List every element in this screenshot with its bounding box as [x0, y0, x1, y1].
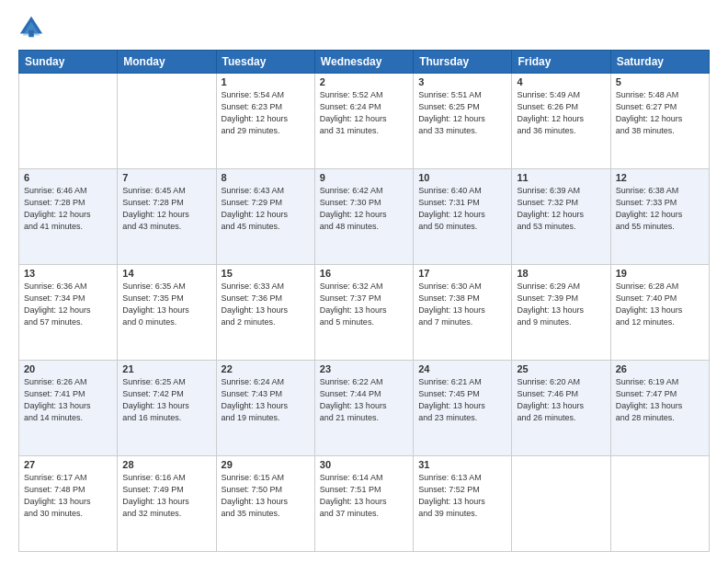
day-info: Sunrise: 6:36 AM Sunset: 7:34 PM Dayligh… [24, 281, 112, 328]
day-info: Sunrise: 5:54 AM Sunset: 6:23 PM Dayligh… [222, 89, 310, 137]
calendar-week-row: 20Sunrise: 6:26 AM Sunset: 7:41 PM Dayli… [19, 361, 710, 456]
calendar-cell [118, 74, 216, 169]
calendar-cell: 5Sunrise: 5:48 AM Sunset: 6:27 PM Daylig… [610, 74, 709, 169]
day-info: Sunrise: 6:38 AM Sunset: 7:33 PM Dayligh… [616, 185, 704, 233]
calendar-cell: 16Sunrise: 6:32 AM Sunset: 7:37 PM Dayli… [314, 265, 413, 361]
day-info: Sunrise: 6:28 AM Sunset: 7:40 PM Dayligh… [616, 281, 704, 328]
day-number: 16 [320, 268, 408, 279]
calendar-cell: 24Sunrise: 6:21 AM Sunset: 7:45 PM Dayli… [414, 361, 512, 456]
day-info: Sunrise: 6:15 AM Sunset: 7:50 PM Dayligh… [222, 472, 310, 520]
calendar-cell: 18Sunrise: 6:29 AM Sunset: 7:39 PM Dayli… [512, 265, 610, 361]
day-number: 7 [122, 172, 210, 183]
day-number: 20 [24, 363, 112, 374]
calendar-header-tuesday: Tuesday [216, 51, 314, 74]
day-number: 5 [616, 76, 704, 87]
calendar-cell: 10Sunrise: 6:40 AM Sunset: 7:31 PM Dayli… [414, 169, 512, 265]
calendar-cell: 3Sunrise: 5:51 AM Sunset: 6:25 PM Daylig… [414, 74, 512, 169]
day-info: Sunrise: 6:29 AM Sunset: 7:39 PM Dayligh… [517, 281, 605, 328]
day-number: 19 [616, 268, 704, 279]
day-number: 13 [24, 268, 112, 279]
day-number: 23 [320, 363, 408, 374]
day-number: 24 [418, 363, 506, 374]
day-info: Sunrise: 6:14 AM Sunset: 7:51 PM Dayligh… [320, 472, 408, 520]
calendar-header-friday: Friday [512, 51, 610, 74]
page: SundayMondayTuesdayWednesdayThursdayFrid… [0, 0, 728, 563]
day-info: Sunrise: 6:40 AM Sunset: 7:31 PM Dayligh… [418, 185, 506, 233]
day-info: Sunrise: 6:32 AM Sunset: 7:37 PM Dayligh… [320, 281, 408, 328]
day-number: 28 [122, 459, 210, 470]
day-info: Sunrise: 6:22 AM Sunset: 7:44 PM Dayligh… [320, 376, 408, 424]
calendar-cell: 28Sunrise: 6:16 AM Sunset: 7:49 PM Dayli… [118, 456, 216, 552]
day-info: Sunrise: 6:46 AM Sunset: 7:28 PM Dayligh… [24, 185, 112, 233]
day-info: Sunrise: 6:26 AM Sunset: 7:41 PM Dayligh… [24, 376, 112, 424]
day-info: Sunrise: 6:39 AM Sunset: 7:32 PM Dayligh… [517, 185, 605, 233]
day-info: Sunrise: 6:25 AM Sunset: 7:42 PM Dayligh… [122, 376, 210, 424]
calendar-cell: 12Sunrise: 6:38 AM Sunset: 7:33 PM Dayli… [610, 169, 709, 265]
day-number: 26 [616, 363, 704, 374]
calendar-cell: 11Sunrise: 6:39 AM Sunset: 7:32 PM Dayli… [512, 169, 610, 265]
day-info: Sunrise: 6:19 AM Sunset: 7:47 PM Dayligh… [616, 376, 704, 424]
svg-rect-2 [28, 30, 34, 37]
day-number: 21 [122, 363, 210, 374]
day-info: Sunrise: 6:33 AM Sunset: 7:36 PM Dayligh… [222, 281, 310, 328]
day-number: 3 [418, 76, 506, 87]
day-number: 6 [24, 172, 112, 183]
calendar-cell: 9Sunrise: 6:42 AM Sunset: 7:30 PM Daylig… [314, 169, 413, 265]
calendar-header-thursday: Thursday [414, 51, 512, 74]
logo-icon [18, 15, 44, 40]
calendar-cell: 1Sunrise: 5:54 AM Sunset: 6:23 PM Daylig… [216, 74, 314, 169]
calendar-cell [512, 456, 610, 552]
calendar-week-row: 13Sunrise: 6:36 AM Sunset: 7:34 PM Dayli… [19, 265, 710, 361]
calendar-cell: 20Sunrise: 6:26 AM Sunset: 7:41 PM Dayli… [19, 361, 118, 456]
calendar-cell: 17Sunrise: 6:30 AM Sunset: 7:38 PM Dayli… [414, 265, 512, 361]
day-number: 22 [222, 363, 310, 374]
calendar-cell: 22Sunrise: 6:24 AM Sunset: 7:43 PM Dayli… [216, 361, 314, 456]
calendar-cell [610, 456, 709, 552]
calendar-cell: 26Sunrise: 6:19 AM Sunset: 7:47 PM Dayli… [610, 361, 709, 456]
calendar-week-row: 27Sunrise: 6:17 AM Sunset: 7:48 PM Dayli… [19, 456, 710, 552]
day-number: 25 [517, 363, 605, 374]
day-info: Sunrise: 5:52 AM Sunset: 6:24 PM Dayligh… [320, 89, 408, 137]
day-info: Sunrise: 6:16 AM Sunset: 7:49 PM Dayligh… [122, 472, 210, 520]
calendar-table: SundayMondayTuesdayWednesdayThursdayFrid… [18, 50, 710, 552]
calendar-cell: 30Sunrise: 6:14 AM Sunset: 7:51 PM Dayli… [314, 456, 413, 552]
day-info: Sunrise: 5:48 AM Sunset: 6:27 PM Dayligh… [616, 89, 704, 137]
calendar-cell: 7Sunrise: 6:45 AM Sunset: 7:28 PM Daylig… [118, 169, 216, 265]
day-number: 11 [517, 172, 605, 183]
day-number: 29 [222, 459, 310, 470]
day-info: Sunrise: 6:43 AM Sunset: 7:29 PM Dayligh… [222, 185, 310, 233]
calendar-cell: 13Sunrise: 6:36 AM Sunset: 7:34 PM Dayli… [19, 265, 118, 361]
calendar-cell: 8Sunrise: 6:43 AM Sunset: 7:29 PM Daylig… [216, 169, 314, 265]
calendar-cell: 15Sunrise: 6:33 AM Sunset: 7:36 PM Dayli… [216, 265, 314, 361]
header [18, 15, 710, 40]
calendar-cell: 6Sunrise: 6:46 AM Sunset: 7:28 PM Daylig… [19, 169, 118, 265]
day-number: 18 [517, 268, 605, 279]
day-number: 1 [222, 76, 310, 87]
day-number: 30 [320, 459, 408, 470]
calendar-cell: 31Sunrise: 6:13 AM Sunset: 7:52 PM Dayli… [414, 456, 512, 552]
day-number: 2 [320, 76, 408, 87]
calendar-header-row: SundayMondayTuesdayWednesdayThursdayFrid… [19, 51, 710, 74]
calendar-cell [19, 74, 118, 169]
day-number: 15 [222, 268, 310, 279]
day-number: 17 [418, 268, 506, 279]
calendar-header-monday: Monday [118, 51, 216, 74]
calendar-header-wednesday: Wednesday [314, 51, 413, 74]
day-number: 14 [122, 268, 210, 279]
day-info: Sunrise: 5:51 AM Sunset: 6:25 PM Dayligh… [418, 89, 506, 137]
day-number: 12 [616, 172, 704, 183]
day-info: Sunrise: 6:30 AM Sunset: 7:38 PM Dayligh… [418, 281, 506, 328]
day-info: Sunrise: 6:45 AM Sunset: 7:28 PM Dayligh… [122, 185, 210, 233]
day-info: Sunrise: 6:20 AM Sunset: 7:46 PM Dayligh… [517, 376, 605, 424]
calendar-cell: 27Sunrise: 6:17 AM Sunset: 7:48 PM Dayli… [19, 456, 118, 552]
day-info: Sunrise: 6:17 AM Sunset: 7:48 PM Dayligh… [24, 472, 112, 520]
calendar-cell: 23Sunrise: 6:22 AM Sunset: 7:44 PM Dayli… [314, 361, 413, 456]
calendar-week-row: 1Sunrise: 5:54 AM Sunset: 6:23 PM Daylig… [19, 74, 710, 169]
calendar-cell: 25Sunrise: 6:20 AM Sunset: 7:46 PM Dayli… [512, 361, 610, 456]
day-number: 9 [320, 172, 408, 183]
day-info: Sunrise: 6:21 AM Sunset: 7:45 PM Dayligh… [418, 376, 506, 424]
day-info: Sunrise: 6:24 AM Sunset: 7:43 PM Dayligh… [222, 376, 310, 424]
day-info: Sunrise: 6:35 AM Sunset: 7:35 PM Dayligh… [122, 281, 210, 328]
calendar-header-saturday: Saturday [610, 51, 709, 74]
calendar-cell: 4Sunrise: 5:49 AM Sunset: 6:26 PM Daylig… [512, 74, 610, 169]
